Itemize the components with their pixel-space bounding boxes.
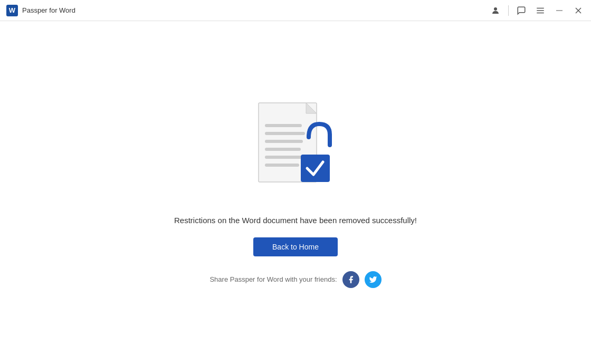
app-title: Passper for Word xyxy=(22,6,75,14)
minimize-button[interactable] xyxy=(551,2,568,19)
title-bar-left: W Passper for Word xyxy=(6,5,75,16)
success-illustration xyxy=(248,98,343,203)
menu-icon[interactable] xyxy=(532,2,549,19)
app-logo: W xyxy=(6,5,18,16)
svg-rect-15 xyxy=(265,164,299,167)
share-text: Share Passper for Word with your friends… xyxy=(209,275,337,283)
close-button[interactable] xyxy=(570,2,587,19)
svg-rect-16 xyxy=(301,155,330,182)
separator xyxy=(508,5,509,16)
chat-icon[interactable] xyxy=(513,2,530,19)
svg-rect-14 xyxy=(265,156,304,159)
title-bar-controls xyxy=(487,2,587,19)
facebook-share-button[interactable] xyxy=(342,271,359,288)
share-row: Share Passper for Word with your friends… xyxy=(209,271,381,288)
svg-rect-12 xyxy=(265,140,303,143)
back-to-home-button[interactable]: Back to Home xyxy=(253,237,338,256)
main-content: Restrictions on the Word document have b… xyxy=(0,21,591,364)
account-icon[interactable] xyxy=(487,2,504,19)
success-message: Restrictions on the Word document have b… xyxy=(174,216,417,225)
title-bar: W Passper for Word xyxy=(0,0,591,21)
twitter-share-button[interactable] xyxy=(365,271,382,288)
svg-point-0 xyxy=(494,7,497,11)
svg-rect-4 xyxy=(556,10,563,11)
svg-rect-10 xyxy=(265,124,302,127)
svg-rect-13 xyxy=(265,148,301,151)
svg-rect-11 xyxy=(265,132,305,135)
document-unlock-svg xyxy=(248,98,343,203)
